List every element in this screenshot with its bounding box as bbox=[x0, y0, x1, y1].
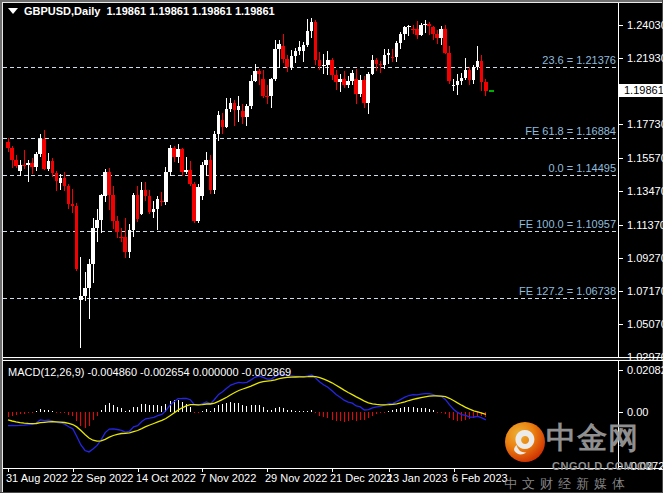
candle-body bbox=[318, 60, 322, 66]
candle-wick bbox=[388, 49, 389, 64]
candle-body bbox=[164, 172, 168, 202]
macd-hist-bar-down bbox=[441, 412, 442, 413]
candle-body bbox=[221, 120, 225, 127]
macd-hist-bar-down bbox=[76, 412, 77, 422]
chart-window: GBPUSD,Daily 1.19861 1.19861 1.19861 1.1… bbox=[0, 0, 663, 493]
symbol-dropdown-icon[interactable] bbox=[8, 8, 18, 14]
candle-body bbox=[294, 51, 298, 55]
candle-body bbox=[245, 106, 249, 117]
macd-hist-bar-up bbox=[238, 403, 239, 411]
macd-hist-bar-up bbox=[421, 408, 422, 411]
candle-body bbox=[111, 195, 115, 221]
candle-body bbox=[63, 178, 67, 186]
candle-body bbox=[452, 85, 456, 86]
price-axis-label: 1.11370 bbox=[627, 220, 663, 231]
candle-body bbox=[322, 65, 326, 66]
macd-hist-bar-up bbox=[109, 403, 110, 411]
candle-body bbox=[241, 111, 245, 117]
candle-body bbox=[334, 75, 338, 82]
candle-body bbox=[103, 172, 107, 196]
macd-hist-bar-up bbox=[125, 411, 126, 412]
macd-hist-bar-down bbox=[344, 412, 345, 422]
candle-body bbox=[172, 148, 176, 158]
macd-hist-bar-down bbox=[332, 412, 333, 420]
candle-wick bbox=[121, 228, 122, 242]
macd-hist-bar-up bbox=[210, 411, 211, 412]
macd-hist-bar-up bbox=[283, 408, 284, 412]
candle-body bbox=[237, 106, 241, 110]
candle-body bbox=[298, 47, 302, 51]
macd-hist-bar-up bbox=[113, 405, 114, 412]
candle-body bbox=[55, 173, 59, 181]
macd-hist-bar-down bbox=[68, 412, 69, 415]
watermark-domain-text: CNGOLD.COM.CN bbox=[552, 460, 663, 472]
candle-body bbox=[435, 34, 439, 39]
candle-body bbox=[10, 148, 14, 160]
macd-hist-bar-down bbox=[453, 412, 454, 421]
macd-hist-bar-down bbox=[364, 412, 365, 421]
price-axis-label: 1.15570 bbox=[627, 153, 663, 164]
macd-hist-bar-up bbox=[388, 411, 389, 412]
macd-hist-bar-down bbox=[327, 412, 328, 418]
macd-hist-bar-up bbox=[190, 407, 191, 412]
macd-hist-bar-down bbox=[97, 412, 98, 416]
candle-body bbox=[443, 29, 447, 53]
macd-hist-bar-down bbox=[340, 412, 341, 422]
candle-body bbox=[285, 59, 289, 68]
macd-hist-bar-down bbox=[32, 412, 33, 413]
candle-body bbox=[407, 26, 411, 27]
candle-body bbox=[59, 178, 63, 183]
candle-body bbox=[34, 154, 38, 167]
macd-hist-bar-up bbox=[234, 403, 235, 412]
candle-body bbox=[22, 165, 26, 166]
macd-hist-bar-up bbox=[413, 407, 414, 412]
macd-hist-bar-up bbox=[267, 410, 268, 412]
macd-hist-bar-down bbox=[461, 412, 462, 421]
candle-body bbox=[391, 57, 395, 58]
candle-body bbox=[6, 142, 10, 148]
macd-hist-bar-up bbox=[433, 410, 434, 411]
candle-body bbox=[439, 29, 443, 38]
macd-hist-bar-down bbox=[376, 412, 377, 414]
macd-hist-bar-up bbox=[311, 410, 312, 412]
candle-body bbox=[67, 186, 71, 204]
candle-wick bbox=[267, 85, 268, 104]
candle-body bbox=[188, 170, 192, 184]
candle-body bbox=[140, 190, 144, 214]
candle-body bbox=[411, 29, 415, 30]
candle-body bbox=[26, 163, 30, 165]
candle-body bbox=[75, 206, 79, 269]
macd-hist-bar-up bbox=[425, 408, 426, 411]
macd-hist-bar-up bbox=[251, 405, 252, 411]
macd-hist-bar-up bbox=[291, 410, 292, 411]
candle-body bbox=[371, 60, 375, 74]
macd-hist-bar-down bbox=[315, 412, 316, 414]
candle-body bbox=[176, 149, 180, 157]
candle-body bbox=[225, 109, 229, 126]
candle-body bbox=[213, 134, 217, 190]
chart-canvas[interactable] bbox=[0, 0, 663, 493]
candle-body bbox=[204, 160, 208, 165]
date-axis-label: 6 Feb 2023 bbox=[452, 473, 508, 484]
candle-body bbox=[253, 71, 257, 81]
candle-body bbox=[30, 163, 34, 167]
fib-level-label: 23.6 = 1.21376 bbox=[542, 55, 616, 66]
candle-body bbox=[38, 139, 42, 154]
price-axis-label: 1.05070 bbox=[627, 319, 663, 330]
candle-body bbox=[464, 70, 468, 78]
macd-hist-bar-up bbox=[40, 409, 41, 412]
macd-hist-bar-up bbox=[404, 407, 405, 412]
candle-body bbox=[277, 44, 281, 49]
macd-hist-bar-down bbox=[64, 412, 65, 414]
candle-body bbox=[326, 60, 330, 65]
macd-hist-bar-up bbox=[396, 409, 397, 411]
macd-hist-bar-up bbox=[48, 410, 49, 412]
candle-body bbox=[330, 60, 334, 75]
candle-body bbox=[196, 187, 200, 221]
macd-hist-bar-up bbox=[295, 411, 296, 412]
macd-hist-bar-up bbox=[287, 410, 288, 412]
macd-hist-bar-down bbox=[12, 412, 13, 416]
panel-splitter-bottom-line[interactable] bbox=[3, 360, 663, 361]
candle-body bbox=[395, 43, 399, 57]
macd-hist-bar-down bbox=[368, 412, 369, 419]
